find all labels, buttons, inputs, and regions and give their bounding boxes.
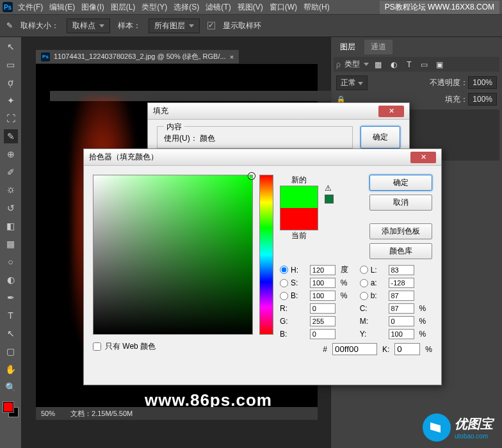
marquee-tool[interactable]: ▭ [4,58,18,72]
smart-filter-icon[interactable]: ▣ [434,60,446,69]
brush-tool[interactable]: ✐ [4,165,18,179]
adjust-filter-icon[interactable]: ◐ [388,60,400,69]
show-ring-chk[interactable] [207,22,215,29]
new-color-swatch [280,186,318,208]
menu-window[interactable]: 窗口(W) [270,2,297,13]
eyedropper-icon: ✎ [6,21,13,30]
pen-tool[interactable]: ✒ [4,291,18,305]
dodge-tool[interactable]: ◐ [4,273,18,287]
picker-ok-button[interactable]: 确定 [369,175,432,191]
zoom-level[interactable]: 50% [41,410,55,417]
shape-filter-icon[interactable]: ▭ [419,60,430,69]
picker-title: 拾色器（填充颜色） [89,152,158,163]
fill-title: 填充 [153,106,168,116]
menu-layer[interactable]: 图层(L) [111,2,136,13]
menu-type[interactable]: 类型(Y) [142,2,167,13]
sample-dd[interactable]: 所有图层 [149,19,200,33]
web-only-chk[interactable] [93,342,101,351]
fill-titlebar[interactable]: 填充 ✕ [148,103,409,120]
hue-slider[interactable] [259,175,273,335]
blue-field[interactable] [310,329,336,339]
current-label: 当前 [280,230,318,241]
warning-icon[interactable]: ⚠ [325,184,334,193]
hex-field[interactable] [332,343,377,355]
opacity-label: 不透明度： [430,78,468,87]
crop-tool[interactable]: ⛶ [4,111,18,125]
menu-file[interactable]: 文件(F) [18,2,43,13]
brand-logo: 优图宝 utobao.com [423,413,493,442]
close-icon[interactable]: × [230,53,234,61]
c-field[interactable] [389,303,414,314]
opacity-field[interactable]: 100% [468,76,497,89]
move-tool[interactable]: ↖ [4,40,18,54]
tab-channels[interactable]: 通道 [364,40,393,54]
menu-help[interactable]: 帮助(H) [304,2,330,13]
blur-tool[interactable]: ○ [4,255,18,269]
options-bar: ✎ 取样大小： 取样点 样本： 所有图层 显示取样环 [0,14,502,37]
y-field[interactable] [389,329,414,339]
m-field[interactable] [389,316,414,326]
ps-icon: Ps [41,52,50,61]
b2-field[interactable] [389,291,414,301]
a-radio[interactable] [360,279,368,287]
type-filter-icon[interactable]: T [403,60,415,69]
sv-cursor [248,173,255,179]
blend-mode-dd[interactable]: 正常 [336,76,368,90]
a-field[interactable] [389,278,414,288]
menu-view[interactable]: 视图(V) [238,2,263,13]
wand-tool[interactable]: ✦ [4,93,18,108]
menu-edit[interactable]: 编辑(E) [49,2,75,13]
fill-field[interactable]: 100% [468,93,497,106]
l-field[interactable] [389,265,414,275]
path-tool[interactable]: ↖ [4,326,18,340]
eyedropper-tool[interactable]: ✎ [4,129,18,143]
eraser-tool[interactable]: ◧ [4,219,18,233]
h-field[interactable] [310,265,336,275]
history-brush[interactable]: ↺ [4,201,18,215]
g-field[interactable] [310,316,336,326]
sample-size-dd[interactable]: 取样点 [67,19,110,33]
hand-tool[interactable]: ✋ [4,362,18,376]
s-field[interactable] [310,278,336,288]
content-legend: 内容 [164,122,184,132]
bri-field[interactable] [310,291,336,301]
current-color-swatch[interactable] [280,208,318,230]
document-tab[interactable]: Ps 11074431_122403780263_2.jpg @ 50% (绿色… [36,50,239,63]
color-libs-button[interactable]: 颜色库 [369,243,432,259]
fill-label: 填充： [445,95,468,104]
doc-size: 2.15M/5.50M [92,410,133,417]
gradient-tool[interactable]: ▦ [4,237,18,251]
s-radio[interactable] [280,279,288,287]
k-field[interactable] [394,343,420,355]
shape-tool[interactable]: ▢ [4,344,18,358]
zoom-tool[interactable]: 🔍 [4,380,18,394]
heal-tool[interactable]: ⊕ [4,147,18,161]
websafe-swatch[interactable] [325,195,334,204]
sv-field[interactable] [93,175,253,335]
picker-close-icon[interactable]: ✕ [410,152,436,163]
picker-cancel-button[interactable]: 取消 [369,195,432,211]
r-field[interactable] [310,303,336,314]
l-radio[interactable] [360,266,368,274]
menu-image[interactable]: 图像(I) [81,2,104,13]
stamp-tool[interactable]: ⛭ [4,183,18,197]
add-swatch-button[interactable]: 添加到色板 [369,223,432,239]
lasso-tool[interactable]: ợ [4,76,18,90]
menu-filter[interactable]: 滤镜(T) [206,2,231,13]
b2-radio[interactable] [360,292,368,300]
pixel-filter-icon[interactable]: ▦ [373,60,384,69]
picker-titlebar[interactable]: 拾色器（填充颜色） ✕ [84,149,441,166]
fill-ok-button[interactable]: 确定 [360,126,400,148]
new-label: 新的 [280,175,318,186]
type-tool[interactable]: T [4,308,18,323]
b-radio[interactable] [280,292,288,300]
fill-close-icon[interactable]: ✕ [378,106,404,117]
menu-select[interactable]: 选择(S) [174,2,199,13]
tab-layers[interactable]: 图层 [334,40,362,54]
h-radio[interactable] [280,266,288,274]
status-bar: 50% 文档：2.15M/5.50M [36,407,318,420]
color-compare [280,186,318,230]
use-value: 颜色 [200,134,215,143]
color-swatches[interactable] [3,402,19,417]
hex-label: # [323,345,327,354]
